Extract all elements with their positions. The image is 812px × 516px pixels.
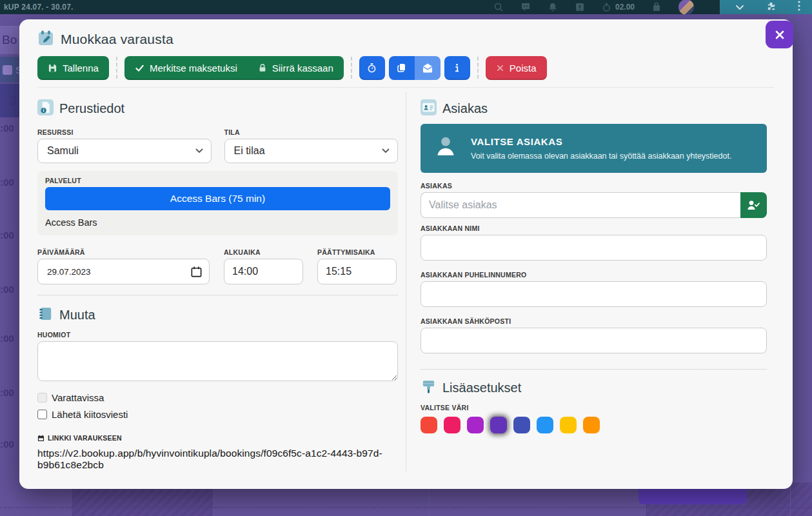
modal-title: Muokkaa varausta (61, 32, 173, 47)
customer-name-input[interactable] (421, 235, 767, 261)
chevron-down-icon (382, 148, 390, 154)
color-swatch-orange[interactable] (583, 417, 600, 433)
basic-info-header: Perustiedot (37, 99, 398, 118)
info-button[interactable] (444, 56, 470, 80)
section-title: Asiakas (442, 101, 488, 116)
chevron-down-icon (195, 148, 203, 154)
x-icon (496, 64, 504, 72)
customer-column: Asiakas VALITSE ASIAKAS Voit valita olem… (406, 93, 767, 471)
customer-label: ASIAKAS (421, 182, 767, 190)
resource-select[interactable]: Samuli (37, 139, 212, 163)
bookable-checkbox-row: Varattavissa (37, 392, 398, 403)
save-button[interactable]: Tallenna (37, 56, 109, 80)
save-icon (48, 63, 57, 73)
status-select[interactable]: Ei tilaa (224, 139, 399, 163)
select-customer-button[interactable] (740, 192, 767, 218)
file-info-icon (37, 99, 54, 118)
bookable-checkbox[interactable] (37, 393, 47, 402)
browser-extension-bar (720, 0, 812, 14)
calendar-small-icon (37, 435, 45, 442)
extensions-puzzle-icon[interactable] (766, 1, 776, 14)
kebab-menu-icon[interactable] (798, 1, 800, 14)
thanks-checkbox[interactable] (37, 410, 47, 419)
copy-button[interactable] (389, 56, 415, 80)
chat-icon[interactable] (520, 2, 531, 12)
copy-email-button-group (389, 56, 441, 80)
bell-icon[interactable] (548, 2, 558, 12)
notes-label: HUOMIOT (37, 331, 398, 339)
section-divider (421, 369, 767, 370)
service-button[interactable]: Access Bars (75 min) (45, 187, 390, 210)
timer-button[interactable] (359, 56, 385, 80)
modal-header: Muokkaa varausta (37, 28, 775, 50)
delete-button[interactable]: Poista (486, 56, 547, 80)
close-button[interactable] (766, 21, 793, 48)
start-time-input[interactable] (224, 259, 303, 284)
resource-label: RESURSSI (37, 128, 212, 136)
color-swatch-purple[interactable] (467, 417, 484, 433)
payment-button-group: Merkitse maksetuksi Siirrä kassaan (124, 56, 344, 80)
notes-textarea[interactable] (37, 341, 398, 381)
edit-booking-modal: Muokkaa varausta Tallenna Merkitse makse… (19, 19, 793, 489)
date-input[interactable] (47, 267, 190, 277)
bag-icon[interactable] (651, 2, 662, 12)
section-title: Muuta (59, 308, 95, 322)
mark-paid-button[interactable]: Merkitse maksetuksi (124, 56, 248, 80)
services-label: PALVELUT (45, 177, 390, 184)
end-time-input[interactable] (317, 259, 397, 284)
calendar-edit-icon (37, 30, 54, 49)
check-icon (135, 63, 144, 73)
date-label: PÄIVÄMÄÄRÄ (37, 248, 210, 256)
banner-title: VALITSE ASIAKAS (471, 136, 731, 147)
toolbar-divider (116, 57, 117, 79)
customer-phone-input[interactable] (421, 281, 767, 307)
envelope-open-icon (422, 63, 433, 73)
customer-email-label: ASIAKKAAN SÄHKÖPOSTI (421, 317, 767, 325)
id-card-icon (421, 99, 437, 118)
services-panel: PALVELUT Access Bars (75 min) Access Bar… (37, 171, 398, 235)
thanks-checkbox-row: Lähetä kiitosviesti (37, 409, 398, 420)
move-to-register-button[interactable]: Siirrä kassaan (248, 56, 344, 80)
customer-header: Asiakas (421, 99, 767, 118)
customer-input[interactable] (421, 192, 740, 218)
email-button[interactable] (415, 56, 441, 80)
banner-subtitle: Voit valita olemassa olevan asiakkaan ta… (471, 152, 731, 161)
color-swatch-blue[interactable] (537, 417, 553, 433)
select-customer-banner: VALITSE ASIAKAS Voit valita olemassa ole… (421, 124, 767, 173)
booking-link-url: https://v2.bookup.app/b/hyvinvointikupla… (37, 448, 398, 471)
copy-icon (397, 63, 407, 73)
person-icon (433, 134, 458, 161)
search-icon[interactable] (493, 2, 504, 12)
chevron-down-icon[interactable] (735, 1, 744, 13)
color-swatch-deep-purple[interactable] (490, 417, 507, 433)
browser-topbar: kUP 24.07. - 30.07. 02.00 (0, 0, 812, 14)
basic-info-column: Perustiedot RESURSSI Samuli TILA Ei tila… (37, 93, 406, 471)
color-swatch-red[interactable] (421, 417, 437, 433)
customer-email-input[interactable] (421, 328, 767, 353)
customer-name-label: ASIAKKAAN NIMI (421, 224, 767, 232)
service-name: Access Bars (45, 217, 390, 228)
bookable-label: Varattavissa (52, 392, 104, 403)
color-swatch-indigo[interactable] (513, 417, 530, 433)
timer-value: 02.00 (615, 3, 635, 12)
lock-icon (258, 63, 267, 72)
stopwatch-icon (366, 63, 377, 74)
color-swatch-yellow[interactable] (560, 417, 577, 433)
customer-phone-label: ASIAKKAAN PUHELINNUMERO (421, 271, 767, 279)
thanks-label: Lähetä kiitosviesti (52, 409, 128, 420)
date-field[interactable] (37, 259, 210, 284)
modal-body: Perustiedot RESURSSI Samuli TILA Ei tila… (37, 87, 775, 471)
customer-picker-row (421, 192, 767, 218)
section-divider (37, 295, 398, 295)
color-swatch-pink[interactable] (444, 417, 460, 433)
user-avatar[interactable] (678, 0, 694, 15)
start-time-label: ALKUAIKA (224, 248, 303, 256)
color-swatches (421, 417, 767, 433)
notebook-icon (37, 306, 54, 324)
other-header: Muuta (37, 306, 398, 324)
screen: kUP 24.07. - 30.07. 02.00 (0, 0, 812, 516)
section-title: Perustiedot (59, 101, 124, 116)
booking-link-block: LINKKI VARAUKSEEN https://v2.bookup.app/… (37, 434, 398, 471)
warning-icon[interactable] (575, 2, 585, 12)
timer-widget[interactable]: 02.00 (602, 3, 635, 12)
